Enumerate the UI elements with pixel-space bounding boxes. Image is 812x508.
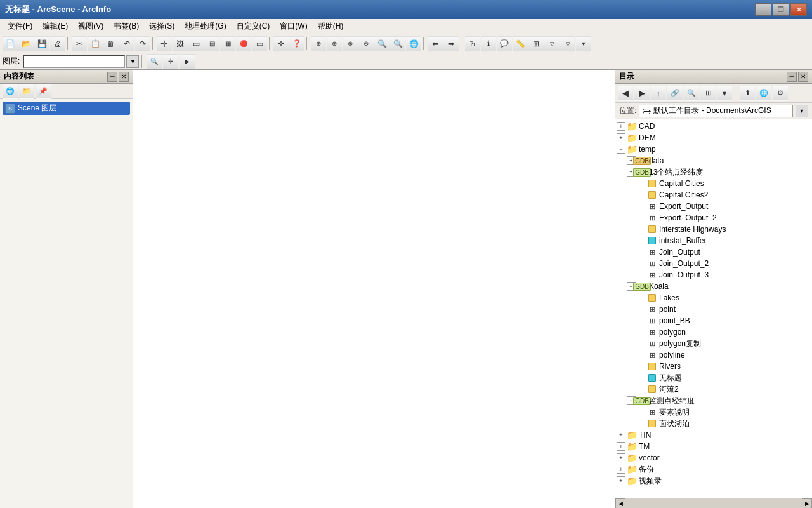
expand-备份[interactable]: +	[617, 465, 625, 474]
expand-vector[interactable]: +	[617, 453, 625, 462]
layer-input[interactable]	[23, 55, 125, 68]
next-extent-btn[interactable]: ➡	[443, 36, 459, 51]
catalog-close-btn[interactable]: ✕	[798, 72, 808, 82]
globe-btn[interactable]: 🌐	[406, 36, 421, 51]
tree-node-要素说明[interactable]: ⊞要素说明	[617, 406, 811, 418]
prev-extent-btn[interactable]: ⬅	[428, 36, 443, 51]
new-button[interactable]: 📄	[3, 36, 18, 51]
cat-search-btn[interactable]: 🔍	[684, 86, 699, 101]
layer-zoom-btn[interactable]: 🔍	[147, 54, 162, 69]
tree-node-河流2[interactable]: 河流2	[617, 384, 811, 395]
menu-geoprocessing[interactable]: 地理处理(G)	[180, 20, 231, 33]
open-button[interactable]: 📂	[18, 36, 34, 51]
tree-node-13站点经纬度[interactable]: +GDB13个站点经纬度	[617, 166, 811, 178]
select-btn[interactable]: 🖱	[465, 36, 480, 51]
minimize-button[interactable]: ─	[755, 3, 771, 16]
tree-node-无标题[interactable]: 无标题	[617, 372, 811, 384]
scene-item[interactable]: S Scene 图层	[3, 102, 130, 115]
tree-node-temp[interactable]: −📁temp	[617, 144, 811, 155]
3d-btn2[interactable]: ▽	[560, 36, 575, 51]
undo-button[interactable]: ↶	[119, 36, 134, 51]
zoom-in-btn[interactable]: ⊕	[343, 36, 358, 51]
tree-node-polyline[interactable]: ⊞polyline	[617, 349, 811, 361]
menu-file[interactable]: 文件(F)	[3, 20, 37, 33]
3d-btn1[interactable]: ▽	[544, 36, 560, 51]
cat-grid-view-btn[interactable]: ⊞	[700, 86, 716, 101]
expand-temp[interactable]: −	[617, 145, 625, 154]
tree-node-面状湖泊[interactable]: 面状湖泊	[617, 418, 811, 429]
tree-expand-btn[interactable]: ◀	[615, 498, 625, 509]
expand-DEM[interactable]: +	[617, 133, 625, 142]
dropdown-arrow[interactable]: ▼	[576, 36, 591, 51]
location-dropdown-btn[interactable]: ▼	[796, 105, 808, 117]
tree-node-CAD[interactable]: +📁CAD	[617, 121, 811, 132]
panel-pin-btn[interactable]: ─	[107, 72, 117, 82]
cat-forward-btn[interactable]: ▶	[634, 86, 650, 101]
content-pin-btn[interactable]: 📌	[36, 84, 51, 99]
menu-select[interactable]: 选择(S)	[144, 20, 180, 33]
identify-btn[interactable]: ℹ	[481, 36, 496, 51]
expand-TM[interactable]: +	[617, 442, 625, 451]
map-canvas[interactable]	[133, 70, 615, 508]
measure-btn[interactable]: 📏	[513, 36, 528, 51]
cat-refresh-btn[interactable]: ▼	[717, 86, 732, 101]
cat-launch-btn[interactable]: ⬆	[740, 86, 755, 101]
table-button[interactable]: ▤	[204, 36, 219, 51]
tree-node-Join_Output[interactable]: ⊞Join_Output	[617, 246, 811, 258]
navigate-btn[interactable]: ✛	[273, 36, 289, 51]
tree-node-polygon复制[interactable]: ⊞polygon复制	[617, 338, 811, 349]
print-button[interactable]: 🖨	[50, 36, 65, 51]
catalog-tree[interactable]: +📁CAD+📁DEM−📁temp+GDBdata+GDB13个站点经纬度Capi…	[615, 119, 812, 498]
cat-connect-btn[interactable]: 🔗	[667, 86, 683, 101]
restore-button[interactable]: ❐	[773, 3, 789, 16]
zoom-layer-btn[interactable]: 🔍	[390, 36, 405, 51]
add-data-button[interactable]: ✛	[157, 36, 172, 51]
content-folder-btn[interactable]: 📁	[19, 84, 34, 99]
menu-edit[interactable]: 编辑(E)	[37, 20, 73, 33]
menu-view[interactable]: 视图(V)	[73, 20, 108, 33]
tree-node-intrstat_Buffer[interactable]: intrstat_Buffer	[617, 235, 811, 246]
tree-node-监测点经纬度[interactable]: −GDB监测点经纬度	[617, 395, 811, 406]
tree-node-Join_Output_2[interactable]: ⊞Join_Output_2	[617, 258, 811, 269]
expand-TIN[interactable]: +	[617, 431, 625, 439]
zoom-full-btn[interactable]: 🔍	[374, 36, 390, 51]
redo-button[interactable]: ↷	[135, 36, 150, 51]
grid-btn[interactable]: ⊞	[528, 36, 544, 51]
tree-node-Lakes[interactable]: Lakes	[617, 292, 811, 304]
cat-back-btn[interactable]: ◀	[618, 86, 633, 101]
scroll-right-btn[interactable]: ▶	[802, 498, 812, 509]
zoom-out-btn[interactable]: ⊖	[358, 36, 374, 51]
tree-node-data[interactable]: +GDBdata	[617, 155, 811, 166]
image-button[interactable]: 🖼	[173, 36, 188, 51]
tree-node-vector[interactable]: +📁vector	[617, 452, 811, 464]
layout-button[interactable]: 🔴	[236, 36, 251, 51]
tree-node-point[interactable]: ⊞point	[617, 304, 811, 315]
tree-node-point_BB[interactable]: ⊞point_BB	[617, 315, 811, 326]
menu-customize[interactable]: 自定义(C)	[232, 20, 275, 33]
tree-node-Export_Output_2[interactable]: ⊞Export_Output_2	[617, 212, 811, 224]
tree-node-视频录[interactable]: +📁视频录	[617, 475, 811, 486]
tree-node-DEM[interactable]: +📁DEM	[617, 132, 811, 144]
save-button[interactable]: 💾	[34, 36, 49, 51]
tree-node-Rivers[interactable]: Rivers	[617, 361, 811, 372]
copy-button[interactable]: 📋	[88, 36, 103, 51]
rect-button[interactable]: ▭	[188, 36, 204, 51]
cut-button[interactable]: ✂	[72, 36, 87, 51]
horizontal-scrollbar[interactable]	[625, 498, 802, 509]
tree-node-polygon[interactable]: ⊞polygon	[617, 326, 811, 338]
chart-button[interactable]: ▦	[220, 36, 235, 51]
tree-node-Join_Output_3[interactable]: ⊞Join_Output_3	[617, 269, 811, 281]
cat-settings-btn[interactable]: ⚙	[773, 86, 788, 101]
tree-node-CapitalCities[interactable]: Capital Cities	[617, 178, 811, 189]
expand-CAD[interactable]: +	[617, 122, 625, 131]
tree-node-Koala[interactable]: −GDBKoala	[617, 281, 811, 292]
pan-btn[interactable]: ⊕	[327, 36, 342, 51]
tree-node-备份[interactable]: +📁备份	[617, 464, 811, 475]
rotate-btn[interactable]: ⊕	[311, 36, 326, 51]
delete-button[interactable]: 🗑	[103, 36, 119, 51]
frame-button[interactable]: ▭	[252, 36, 267, 51]
tree-node-TIN[interactable]: +📁TIN	[617, 429, 811, 441]
panel-close-btn[interactable]: ✕	[119, 72, 129, 82]
menu-help[interactable]: 帮助(H)	[313, 20, 349, 33]
help-tool[interactable]: ❓	[289, 36, 304, 51]
